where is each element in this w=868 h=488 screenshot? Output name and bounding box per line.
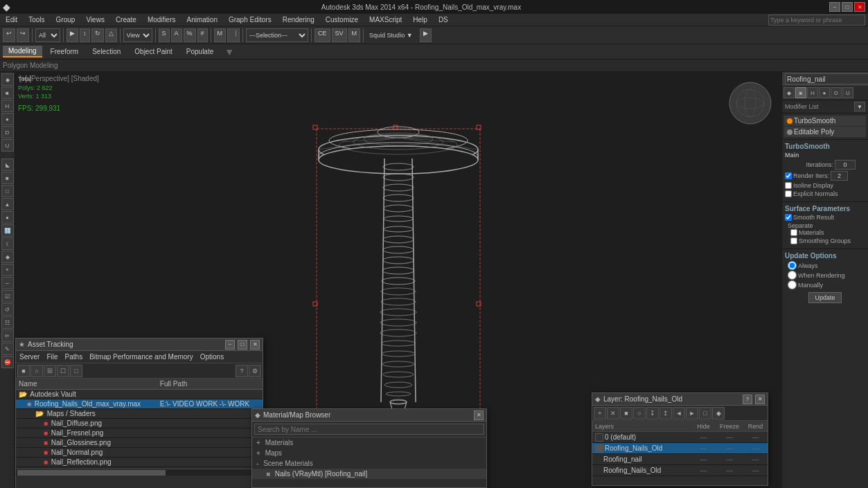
layer-row-nail[interactable]: Roofing_nail — — —	[592, 454, 768, 465]
layer-tb-btn5[interactable]: ◄	[673, 407, 685, 419]
left-tb-btn11[interactable]: ☑	[1, 290, 14, 302]
asset-tb-help[interactable]: ?	[236, 365, 248, 377]
asset-tb-3[interactable]: ☒	[44, 365, 56, 377]
layer-tb-btn6[interactable]: ►	[686, 407, 698, 419]
menu-ds[interactable]: DS	[436, 16, 451, 24]
asset-menu-options[interactable]: Options	[198, 353, 226, 361]
left-tb-btn10[interactable]: ⎼	[1, 277, 14, 289]
layer-tb-btn8[interactable]: ◆	[712, 407, 725, 419]
layer-tb-delete[interactable]: ✕	[607, 407, 619, 419]
maximize-button[interactable]: □	[842, 2, 853, 12]
selection-filter[interactable]: All	[35, 28, 60, 42]
left-tb-hierarchy[interactable]: H	[1, 100, 14, 112]
close-button[interactable]: ✕	[854, 2, 865, 12]
layer-roofing-freeze[interactable]: —	[716, 444, 743, 452]
render-iters-input[interactable]	[831, 171, 848, 181]
asset-menu-server[interactable]: Server	[17, 353, 42, 361]
material-browser-titlebar[interactable]: ◆ Material/Map Browser ✕	[252, 409, 486, 422]
layer-tb-btn7[interactable]: □	[699, 407, 711, 419]
scale-button[interactable]: △	[105, 28, 117, 42]
panel-modify-tab[interactable]: ■	[795, 87, 806, 98]
menu-edit[interactable]: Edit	[3, 16, 20, 24]
explicit-normals-checkbox[interactable]	[785, 190, 792, 197]
left-tb-display[interactable]: D	[1, 126, 14, 138]
percent-snap[interactable]: %	[184, 28, 196, 42]
scene-material-item[interactable]: ■ Nails (VRayMtl) [Roofing_nail]	[252, 469, 486, 479]
asset-tb-5[interactable]: □	[70, 365, 82, 377]
menu-group[interactable]: Group	[53, 16, 78, 24]
layer-row-nails-old[interactable]: Roofing_Nails_Old — — —	[592, 465, 768, 476]
iterations-input[interactable]	[835, 160, 856, 170]
layer-roofing-hide[interactable]: —	[691, 444, 716, 452]
left-tb-btn12[interactable]: ↺	[1, 303, 14, 316]
menu-animation[interactable]: Animation	[184, 16, 220, 24]
mirror-button[interactable]: M	[214, 28, 227, 42]
tab-modeling[interactable]: Modeling	[3, 46, 42, 57]
layer-tb-btn1[interactable]: ■	[620, 407, 632, 419]
layer-row-default[interactable]: 0 (default) — — —	[592, 432, 768, 443]
materials-section[interactable]: + Materials	[252, 437, 486, 448]
left-tb-btn4[interactable]: ▲	[1, 198, 14, 210]
left-tb-btn6[interactable]: 🔡	[1, 224, 14, 237]
curve-editor[interactable]: CE	[315, 28, 330, 42]
layer-default-active[interactable]	[595, 433, 603, 442]
left-tb-btn16[interactable]: ⛔	[1, 356, 14, 368]
table-row[interactable]: ■ Nail_Glossines.png	[16, 438, 263, 448]
left-tb-btn15[interactable]: ✎	[1, 343, 14, 355]
viewport-navigator[interactable]	[726, 79, 774, 127]
asset-scrollbar[interactable]	[16, 469, 263, 476]
table-row[interactable]: ■ Nail_Diffuse.png	[16, 419, 263, 428]
manually-radio[interactable]	[788, 280, 797, 289]
panel-create-tab[interactable]: ◆	[783, 87, 795, 98]
asset-tb-1[interactable]: ■	[17, 365, 30, 377]
left-tb-btn7[interactable]: ☇	[1, 237, 14, 250]
update-button[interactable]: Update	[808, 292, 841, 303]
left-tb-create[interactable]: ◆	[1, 73, 14, 86]
named-selection[interactable]: ---Selection---	[246, 28, 308, 42]
layer-tb-add[interactable]: +	[594, 407, 606, 419]
object-name-input[interactable]	[785, 73, 868, 84]
asset-tb-4[interactable]: ☐	[57, 365, 69, 377]
table-row[interactable]: ■ Roofing_Nails_Old_max_vray.max E:\- VI…	[16, 399, 263, 409]
panel-utilities-tab[interactable]: U	[842, 87, 853, 98]
tab-selection[interactable]: Selection	[87, 46, 126, 57]
menu-views[interactable]: Views	[83, 16, 107, 24]
scene-materials-section[interactable]: - Scene Materials	[252, 458, 486, 469]
left-tb-btn1[interactable]: ◣	[1, 159, 14, 171]
asset-table-container[interactable]: Name Full Path 📂 Autodesk Vault ■	[16, 379, 263, 469]
rotate-button[interactable]: ↻	[91, 28, 104, 42]
menu-customize[interactable]: Customize	[323, 16, 361, 24]
snap-toggle[interactable]: S	[159, 28, 170, 42]
schematic[interactable]: SV	[332, 28, 347, 42]
table-row[interactable]: ■ Nail_Reflection.png	[16, 458, 263, 467]
left-tb-modify[interactable]: ■	[1, 87, 14, 99]
layer-tb-btn3[interactable]: ↧	[646, 407, 659, 419]
materials-checkbox[interactable]	[790, 229, 797, 236]
ref-coord[interactable]: View	[123, 28, 152, 42]
select-button[interactable]: ▶	[67, 28, 78, 42]
asset-menu-bitmap[interactable]: Bitmap Performance and Memory	[87, 353, 195, 361]
left-tb-utilities[interactable]: U	[1, 139, 14, 152]
isoline-checkbox[interactable]	[785, 182, 792, 189]
when-rendering-radio[interactable]	[788, 271, 797, 280]
layer-nail-rend[interactable]: —	[743, 455, 768, 463]
panel-display-tab[interactable]: D	[831, 87, 842, 98]
layer-roofing-rend[interactable]: —	[743, 444, 768, 452]
left-tb-btn3[interactable]: □	[1, 185, 14, 197]
material-editor[interactable]: M	[348, 28, 361, 42]
layer-nails-old-freeze[interactable]: —	[716, 467, 743, 474]
align-button[interactable]: ⎹	[227, 28, 240, 42]
layer-roofing-active[interactable]	[595, 444, 603, 453]
move-button[interactable]: ↕	[80, 28, 90, 42]
left-tb-btn8[interactable]: ◆	[1, 251, 14, 263]
layer-default-rend[interactable]: —	[743, 433, 768, 441]
menu-create[interactable]: Create	[113, 16, 139, 24]
asset-tb-2[interactable]: ○	[30, 365, 43, 377]
smoothing-groups-checkbox[interactable]	[790, 237, 797, 244]
asset-minimize[interactable]: −	[225, 340, 235, 350]
layer-tb-btn2[interactable]: ○	[633, 407, 646, 419]
minimize-button[interactable]: −	[829, 2, 840, 12]
layer-row-roofing[interactable]: Roofing_Nails_Old — — —	[592, 443, 768, 454]
always-radio[interactable]	[788, 261, 797, 270]
menu-graph-editors[interactable]: Graph Editors	[226, 16, 274, 24]
